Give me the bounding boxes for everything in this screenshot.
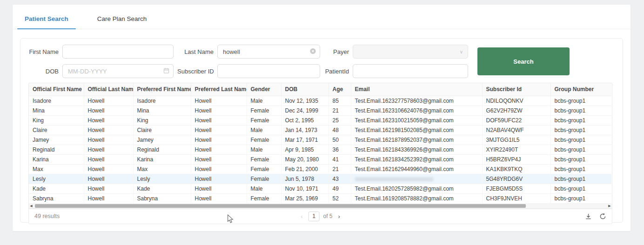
scrollbar-thumb[interactable] — [35, 204, 526, 208]
table-cell: G62V2H79ZW — [482, 106, 550, 115]
table-footer: 49 results ‹ 1 of 5 › — [28, 209, 612, 224]
table-row[interactable]: SabrynaHowellSabrynaHowellFemaleMar 25, … — [29, 193, 611, 203]
table-cell: Howell — [84, 193, 133, 203]
table-cell: 3MJTGG1IL5 — [482, 135, 550, 145]
column-header: Age — [329, 83, 351, 96]
table-row[interactable]: MaxHowellMaxHowellFemaleFeb 21, 200021Te… — [29, 164, 611, 174]
subscriber-id-input[interactable] — [217, 64, 320, 78]
table-cell: Male — [247, 145, 281, 154]
calendar-icon[interactable] — [163, 68, 169, 75]
horizontal-scrollbar[interactable]: ◀ ▶ — [28, 204, 612, 209]
chevron-down-icon: ∨ — [460, 49, 463, 54]
table-cell: Test.Email.1623277578603@gmail.com — [351, 96, 482, 106]
table-row[interactable]: ClaireHowellClaireHowellMaleJan 14, 1973… — [29, 125, 611, 135]
subscriber-id-field-wrap — [217, 64, 320, 78]
table-cell: N2ABAV4QWF — [482, 125, 550, 135]
table-cell: Jamey — [29, 135, 84, 145]
first-name-input[interactable] — [62, 45, 174, 59]
table-cell: Howell — [191, 184, 247, 193]
table-row[interactable]: KadeHowellKadeHowellMaleNov 10, 197149Te… — [29, 184, 611, 193]
table-header-row: Official First NameOfficial Last NamePre… — [29, 83, 611, 96]
table-row[interactable]: MinaHowellMinaHowellFemaleDec 24, 199921… — [29, 106, 611, 115]
table-cell: Apr 9, 1985 — [281, 145, 329, 154]
table-cell: 21 — [329, 106, 351, 115]
patient-search-card: Patient Search Care Plan Search First Na… — [13, 5, 631, 231]
table-cell: bcbs-group1 — [550, 174, 611, 184]
last-name-input[interactable] — [217, 45, 320, 59]
table-cell: Test.Email.1621981502085@gmail.com — [351, 125, 482, 135]
table-cell: Howell — [191, 106, 247, 115]
table-cell: Test.Email.1621843369926@gmail.com — [351, 145, 482, 154]
prev-page-icon[interactable]: ‹ — [299, 212, 304, 220]
table-cell: 25 — [329, 115, 351, 125]
current-page[interactable]: 1 — [308, 212, 319, 221]
payer-select[interactable]: ∨ — [353, 45, 468, 59]
table-cell: King — [29, 115, 84, 125]
table-row[interactable]: KingHowellKingHowellFemaleOct 2, 199525T… — [29, 115, 611, 125]
table-row[interactable]: LeslyHowellLeslyHowellFemaleJun 5, 19784… — [29, 174, 611, 184]
pagination: ‹ 1 of 5 › — [299, 212, 342, 221]
table-cell: Feb 21, 2000 — [281, 164, 329, 174]
page-count-label: of 5 — [323, 213, 332, 219]
tab-bar: Patient Search Care Plan Search — [13, 5, 631, 29]
table-cell: Mina — [29, 106, 84, 115]
table-cell: Male — [247, 96, 281, 106]
patient-id-label: PatientId — [324, 68, 349, 75]
tab-care-plan-search[interactable]: Care Plan Search — [90, 8, 154, 29]
table-cell: 50 — [329, 135, 351, 145]
table-cell: 43 — [329, 174, 351, 184]
tab-patient-search[interactable]: Patient Search — [17, 8, 76, 29]
last-name-label: Last Name — [177, 48, 214, 55]
table-cell: Female — [247, 174, 281, 184]
table-cell: Female — [247, 115, 281, 125]
table-cell: Howell — [84, 164, 133, 174]
table-cell — [351, 174, 482, 184]
results-count: 49 results — [34, 213, 60, 219]
dob-input[interactable] — [62, 64, 174, 78]
patient-id-input[interactable] — [353, 64, 468, 78]
results-table-wrap: Official First NameOfficial Last NamePre… — [28, 83, 612, 204]
table-cell: Reginald — [133, 145, 191, 154]
table-cell: Max — [29, 164, 84, 174]
table-cell: bcbs-group1 — [550, 184, 611, 193]
table-cell: bcbs-group1 — [550, 135, 611, 145]
scroll-left-icon[interactable]: ◀ — [29, 204, 34, 208]
table-cell: Test.Email.1621834252392@gmail.com — [351, 154, 482, 164]
next-page-icon[interactable]: › — [336, 212, 342, 220]
table-cell: Howell — [191, 193, 247, 203]
download-icon[interactable] — [585, 213, 592, 220]
table-cell: Howell — [84, 115, 133, 125]
table-cell: bcbs-group1 — [550, 164, 611, 174]
table-cell: Female — [247, 154, 281, 164]
table-cell: Mina — [133, 106, 191, 115]
dob-label: DOB — [28, 68, 59, 75]
table-cell: Howell — [191, 154, 247, 164]
scroll-right-icon[interactable]: ▶ — [607, 204, 612, 208]
table-cell: Female — [247, 164, 281, 174]
payer-label: Payer — [324, 48, 349, 55]
column-header: Official First Name — [29, 83, 84, 96]
table-cell: Female — [247, 135, 281, 145]
table-cell: Lesly — [133, 174, 191, 184]
refresh-icon[interactable] — [599, 213, 606, 220]
table-row[interactable]: JameyHowellJameyHowellFemaleMar 17, 1971… — [29, 135, 611, 145]
search-panel: First Name Last Name Payer ∨ DOB — [20, 38, 623, 223]
table-cell: Female — [247, 106, 281, 115]
patient-id-field-wrap — [353, 64, 468, 78]
table-cell: Howell — [84, 174, 133, 184]
table-row[interactable]: IsadoreHowellIsadoreHowellMaleNov 12, 19… — [29, 96, 611, 106]
table-cell: Howell — [191, 164, 247, 174]
results-table: Official First NameOfficial Last NamePre… — [29, 83, 611, 204]
table-row[interactable]: KarinaHowellKarinaHowellFemaleMay 20, 19… — [29, 154, 611, 164]
table-row[interactable]: ReginaldHowellReginaldHowellMaleApr 9, 1… — [29, 145, 611, 154]
table-cell: Karina — [133, 154, 191, 164]
clear-input-icon[interactable] — [310, 48, 316, 55]
search-button[interactable]: Search — [477, 47, 570, 75]
table-cell: Isadore — [133, 96, 191, 106]
table-cell: bcbs-group1 — [550, 145, 611, 154]
search-form: First Name Last Name Payer ∨ DOB — [28, 45, 615, 78]
table-cell: Howell — [191, 125, 247, 135]
table-cell: Claire — [29, 125, 84, 135]
table-cell: Howell — [84, 125, 133, 135]
table-cell: Test.Email.1620257285982@gmail.com — [351, 184, 482, 193]
